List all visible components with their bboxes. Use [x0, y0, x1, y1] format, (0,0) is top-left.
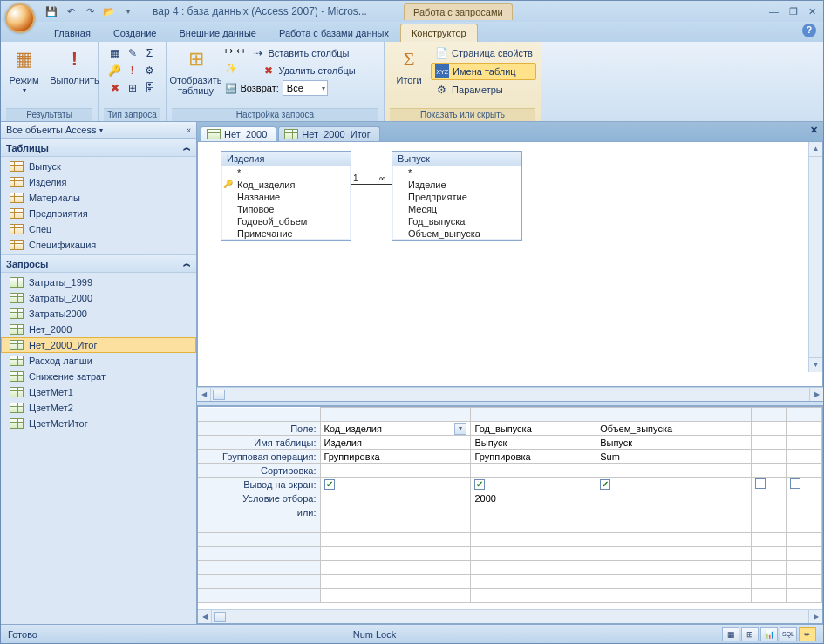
or-cell[interactable]: [787, 505, 822, 519]
checkbox[interactable]: [790, 478, 800, 489]
nav-query-item[interactable]: Расход лапши: [1, 353, 196, 369]
qt-append[interactable]: 🔑!⚙: [105, 63, 160, 78]
nav-group-header[interactable]: Таблицы︽: [1, 139, 196, 157]
field-cell[interactable]: Год_выпуска: [471, 422, 596, 436]
diagram-vscroll[interactable]: [808, 142, 822, 372]
pane-splitter[interactable]: [197, 401, 823, 406]
help-button[interactable]: ?: [802, 24, 816, 37]
or-cell[interactable]: [751, 505, 787, 519]
checkbox[interactable]: ✔: [324, 479, 335, 490]
delete-cols-button[interactable]: ✖Удалить столбцы: [258, 63, 359, 78]
sort-cell[interactable]: [471, 464, 596, 478]
scroll-right-icon[interactable]: ▶: [809, 388, 823, 401]
table-cell[interactable]: [751, 436, 787, 450]
query-diagram[interactable]: Изделия*Код_изделияНазваниеТиповоеГодово…: [197, 141, 823, 387]
field-cell[interactable]: [751, 422, 787, 436]
empty-cell[interactable]: [320, 575, 471, 589]
scroll-right-icon[interactable]: ▶: [808, 610, 822, 623]
nav-query-item[interactable]: Нет_2000_Итог: [1, 337, 196, 353]
diagram-field[interactable]: Типовое: [221, 203, 351, 215]
close-tab-button[interactable]: ✕: [810, 125, 818, 136]
checkbox[interactable]: [755, 478, 766, 489]
undo-icon[interactable]: ↶: [64, 4, 78, 18]
redo-icon[interactable]: ↷: [83, 4, 97, 18]
property-sheet-button[interactable]: 📄Страница свойств: [431, 45, 536, 61]
criteria-cell[interactable]: [596, 491, 752, 505]
run-button[interactable]: ! Выполнить: [51, 44, 99, 87]
column-selector[interactable]: [471, 408, 596, 422]
total-cell[interactable]: Группировка: [320, 450, 471, 464]
nav-table-item[interactable]: Предприятия: [1, 206, 196, 221]
nav-table-item[interactable]: Изделия: [1, 174, 196, 190]
empty-cell[interactable]: [787, 561, 822, 575]
diagram-table[interactable]: Изделия*Код_изделияНазваниеТиповоеГодово…: [221, 151, 351, 241]
diagram-field[interactable]: Название: [221, 191, 351, 203]
builder-icon[interactable]: ✨: [225, 63, 237, 78]
diagram-field[interactable]: Объем_выпуска: [392, 227, 521, 240]
total-cell[interactable]: Группировка: [471, 450, 596, 464]
office-button[interactable]: [5, 3, 35, 33]
diagram-field[interactable]: Предприятие: [392, 191, 521, 203]
scroll-thumb[interactable]: [213, 390, 225, 400]
empty-cell[interactable]: [787, 575, 822, 589]
show-cell[interactable]: ✔: [320, 478, 471, 491]
tab-designer[interactable]: Конструктор: [400, 24, 478, 42]
table-cell[interactable]: Выпуск: [596, 436, 752, 450]
empty-cell[interactable]: [596, 575, 752, 589]
empty-cell[interactable]: [320, 533, 471, 547]
nav-table-item[interactable]: Спец: [1, 221, 196, 237]
field-cell[interactable]: [787, 422, 822, 436]
show-cell[interactable]: ✔: [596, 478, 752, 491]
empty-cell[interactable]: [787, 519, 822, 533]
empty-cell[interactable]: [471, 547, 596, 561]
tab-external[interactable]: Внешние данные: [168, 24, 268, 42]
empty-cell[interactable]: [751, 589, 787, 603]
close-button[interactable]: ✕: [808, 6, 816, 17]
totals-button[interactable]: Σ Итоги: [389, 44, 429, 87]
diagram-field[interactable]: Код_изделия: [221, 179, 351, 191]
empty-cell[interactable]: [320, 519, 471, 533]
or-cell[interactable]: [471, 505, 596, 519]
empty-cell[interactable]: [596, 519, 752, 533]
diagram-field[interactable]: Примечание: [221, 227, 351, 240]
empty-cell[interactable]: [471, 575, 596, 589]
nav-pane-header[interactable]: Все объекты Access ▾ «: [1, 122, 196, 139]
criteria-cell[interactable]: [320, 491, 471, 505]
qat-customize[interactable]: [121, 4, 135, 18]
column-selector[interactable]: [751, 408, 787, 422]
sort-cell[interactable]: [751, 464, 787, 478]
nav-query-item[interactable]: Затраты_2000: [1, 290, 196, 306]
empty-cell[interactable]: [751, 533, 787, 547]
empty-cell[interactable]: [751, 547, 787, 561]
datasheet-view-button[interactable]: ▦: [722, 627, 739, 641]
show-cell[interactable]: ✔: [471, 478, 596, 491]
empty-cell[interactable]: [787, 589, 822, 603]
empty-cell[interactable]: [471, 589, 596, 603]
empty-cell[interactable]: [471, 519, 596, 533]
maximize-button[interactable]: ❐: [789, 6, 798, 17]
tab-dbtools[interactable]: Работа с базами данных: [268, 24, 400, 42]
parameters-button[interactable]: ⚙Параметры: [431, 82, 536, 98]
tab-create[interactable]: Создание: [102, 24, 168, 42]
diagram-field[interactable]: *: [221, 166, 351, 179]
qt-select[interactable]: ▦✎Σ: [105, 45, 160, 61]
empty-cell[interactable]: [596, 589, 752, 603]
nav-query-item[interactable]: Нет_2000: [1, 322, 196, 337]
minimize-button[interactable]: —: [769, 6, 779, 17]
table-cell[interactable]: Изделия: [320, 436, 471, 450]
total-cell[interactable]: [787, 450, 822, 464]
return-combo[interactable]: Все: [283, 80, 328, 96]
nav-query-item[interactable]: ЦветМет1: [1, 384, 196, 400]
diagram-field[interactable]: *: [392, 166, 521, 179]
criteria-cell[interactable]: 2000: [471, 491, 596, 505]
sort-cell[interactable]: [787, 464, 822, 478]
relationship-line[interactable]: [351, 184, 392, 185]
nav-table-item[interactable]: Материалы: [1, 190, 196, 206]
open-icon[interactable]: 📂: [102, 4, 116, 18]
checkbox[interactable]: ✔: [474, 479, 485, 490]
empty-cell[interactable]: [596, 533, 752, 547]
nav-query-item[interactable]: Затраты_1999: [1, 275, 196, 290]
diagram-field[interactable]: Год_выпуска: [392, 215, 521, 227]
sort-cell[interactable]: [596, 464, 752, 478]
total-cell[interactable]: [751, 450, 787, 464]
